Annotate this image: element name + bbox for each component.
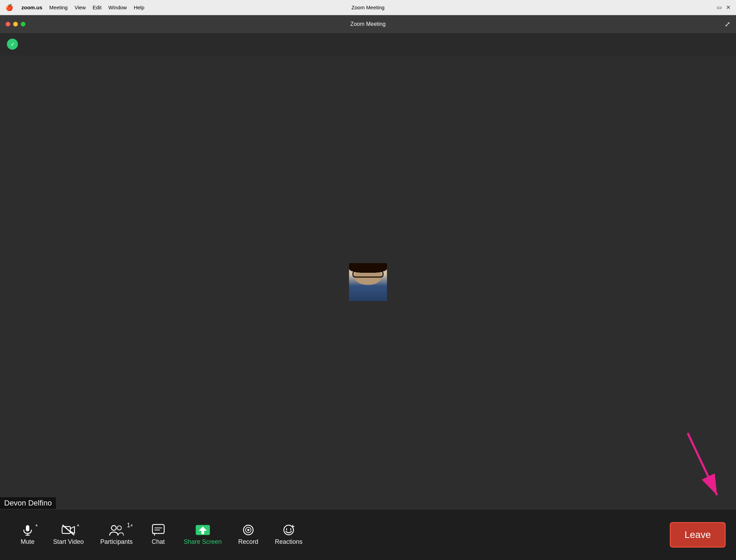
participants-button[interactable]: 1 ▲ Participants — [92, 524, 141, 546]
menu-bar: 🍎 zoom.us Meeting View Edit Window Help … — [0, 0, 736, 15]
share-screen-icon — [195, 524, 210, 536]
participant-video — [349, 263, 387, 301]
share-screen-label: Share Screen — [184, 538, 222, 546]
svg-point-8 — [117, 526, 121, 530]
screen-icon: ▭ — [717, 4, 722, 11]
menu-window[interactable]: Window — [108, 4, 127, 10]
chat-icon — [152, 524, 165, 536]
minimize-button[interactable] — [13, 22, 18, 27]
menu-bar-title: Zoom Meeting — [351, 4, 385, 10]
chat-label: Chat — [152, 538, 165, 546]
start-video-label: Start Video — [53, 538, 84, 546]
reactions-label: Reactions — [275, 538, 302, 546]
menu-edit[interactable]: Edit — [92, 4, 101, 10]
reactions-button[interactable]: Reactions — [267, 524, 311, 546]
mute-label: Mute — [21, 538, 34, 546]
wifi-icon: ✕ — [726, 4, 730, 11]
leave-button[interactable]: Leave — [670, 522, 726, 548]
title-bar: Zoom Meeting ⤢ — [0, 15, 736, 33]
video-area — [0, 55, 736, 509]
video-face — [349, 263, 387, 301]
svg-point-16 — [247, 529, 249, 531]
security-shield-icon: ✓ — [7, 39, 18, 50]
record-label: Record — [238, 538, 258, 546]
start-video-button[interactable]: ▲ Start Video — [45, 524, 92, 546]
security-bar: ✓ — [0, 33, 736, 55]
mute-button[interactable]: ▲ Mute — [10, 524, 45, 546]
video-chevron-icon[interactable]: ▲ — [76, 522, 80, 527]
video-icon: ▲ — [61, 524, 75, 536]
glasses-decoration — [352, 271, 384, 278]
participants-icon: 1 ▲ — [109, 524, 124, 536]
participant-name-label: Devon Delfino — [0, 497, 56, 509]
svg-rect-2 — [26, 525, 29, 531]
mute-chevron-icon[interactable]: ▲ — [34, 522, 39, 527]
traffic-lights — [6, 22, 26, 27]
chat-button[interactable]: Chat — [141, 524, 176, 546]
window-title: Zoom Meeting — [350, 21, 386, 27]
app-name[interactable]: zoom.us — [21, 4, 42, 10]
svg-rect-9 — [152, 524, 164, 533]
reactions-icon — [282, 524, 296, 536]
close-button[interactable] — [6, 22, 10, 27]
menu-help[interactable]: Help — [134, 4, 145, 10]
maximize-button[interactable] — [21, 22, 26, 27]
svg-point-7 — [111, 526, 116, 530]
menu-meeting[interactable]: Meeting — [49, 4, 68, 10]
share-screen-button[interactable]: Share Screen — [176, 524, 230, 546]
mute-icon: ▲ — [21, 524, 34, 536]
menu-view[interactable]: View — [74, 4, 86, 10]
expand-icon[interactable]: ⤢ — [725, 20, 730, 28]
toolbar: ▲ Mute ▲ Start Video 1 ▲ — [0, 509, 736, 560]
record-icon — [242, 524, 255, 536]
record-button[interactable]: Record — [230, 524, 267, 546]
menu-bar-right: ▭ ✕ — [717, 4, 730, 11]
apple-menu[interactable]: 🍎 — [6, 4, 13, 11]
participants-chevron-icon[interactable]: ▲ — [130, 522, 134, 527]
participants-label: Participants — [100, 538, 133, 546]
